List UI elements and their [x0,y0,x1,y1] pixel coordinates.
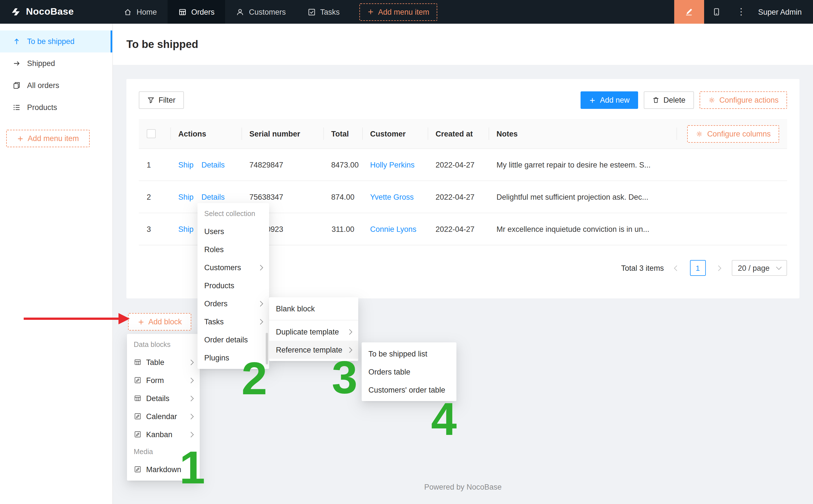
menu-item-to-be-shipped-list[interactable]: To be shipped list [362,345,456,363]
sidebar-add-menu-item-button[interactable]: Add menu item [6,130,90,147]
menu-item-label: Markdown [146,465,181,474]
details-link[interactable]: Details [201,160,225,169]
chevron-down-icon [776,264,782,270]
customer-link[interactable]: Holly Perkins [370,160,415,169]
details-link[interactable]: Details [201,193,225,201]
ship-link[interactable]: Ship [178,160,194,169]
sidebar-item-shipped[interactable]: Shipped [0,52,112,74]
reference-template-menu: To be shipped list Orders table Customer… [362,342,456,401]
chevron-right-icon [348,330,351,334]
menu-item-form[interactable]: Form [127,371,200,389]
total-cell: 8473.00 [323,149,362,181]
menu-item-label: Users [204,227,224,236]
page-header: To be shipped [113,24,813,65]
menu-divider [269,320,358,320]
menu-item-label: Plugins [204,353,229,362]
nav-item-home[interactable]: Home [113,0,168,24]
nav-item-label: Customers [249,8,286,16]
menu-item-details[interactable]: Details [127,389,200,407]
file-copy-icon [12,81,21,90]
menu-item-blank-block[interactable]: Blank block [269,300,358,318]
nav-item-customers[interactable]: Customers [225,0,297,24]
column-header-serial-number[interactable]: Serial number [241,119,323,149]
add-new-button-label: Add new [600,96,630,104]
created-at-cell: 2022-04-27 [428,213,489,245]
filter-button[interactable]: Filter [139,91,184,109]
menu-item-customers-order-table[interactable]: Customers' order table [362,381,456,399]
nav-item-label: Orders [191,8,215,16]
column-header-customer[interactable]: Customer [362,119,428,149]
sidebar-item-label: To be shipped [27,37,74,46]
chevron-right-icon [716,265,721,271]
ui-editor-button[interactable] [674,0,704,24]
menu-item-tasks[interactable]: Tasks [197,312,269,331]
menu-item-calendar[interactable]: Calendar [127,407,200,425]
menu-item-duplicate-template[interactable]: Duplicate template [269,323,358,341]
total-cell: 874.00 [323,181,362,213]
mobile-preview-button[interactable] [704,0,729,24]
customer-link[interactable]: Connie Lyons [370,225,416,233]
menu-item-products[interactable]: Products [197,276,269,294]
column-header-actions[interactable]: Actions [170,119,241,149]
configure-columns-button-label: Configure columns [707,129,771,138]
page-number-button[interactable]: 1 [690,260,706,276]
add-block-button[interactable]: Add block [128,313,192,331]
menu-item-label: Reference template [276,345,342,354]
markdown-icon [134,465,142,473]
column-header-created-at[interactable]: Created at [428,119,489,149]
menu-item-label: Orders [204,299,228,308]
menu-item-label: Table [146,358,164,366]
delete-button[interactable]: Delete [644,91,694,109]
menu-item-order-details[interactable]: Order details [197,331,269,349]
chevron-right-icon [189,378,193,382]
column-header-total[interactable]: Total [323,119,362,149]
add-new-button[interactable]: Add new [581,91,638,109]
menu-item-label: Products [204,281,234,290]
menu-item-roles[interactable]: Roles [197,240,269,258]
sidebar-add-menu-item-label: Add menu item [28,134,79,143]
sidebar-item-all-orders[interactable]: All orders [0,74,112,96]
toolbar-right: Add new Delete Configure actions [581,91,787,109]
configure-actions-button[interactable]: Configure actions [700,91,787,109]
page-size-select[interactable]: 20 / page [731,260,787,276]
nav-item-tasks[interactable]: Tasks [296,0,350,24]
arrow-up-icon [12,37,21,46]
menu-item-table[interactable]: Table [127,353,200,371]
more-menu-button[interactable]: ⋮ [729,0,753,24]
sidebar-item-label: Shipped [27,59,55,68]
row-index: 2 [139,181,170,213]
menu-item-orders[interactable]: Orders [197,294,269,312]
select-collection-menu: Select collection Users Roles Customers … [197,203,269,369]
menu-item-label: Kanban [146,430,172,439]
menu-item-customers[interactable]: Customers [197,258,269,276]
top-navbar: NocoBase Home Orders Customers [0,0,813,24]
configure-columns-button[interactable]: Configure columns [687,125,779,142]
nav-item-orders[interactable]: Orders [168,0,225,24]
select-all-checkbox[interactable] [147,129,156,138]
menu-item-markdown[interactable]: Markdown [127,460,200,478]
column-header-notes[interactable]: Notes [489,119,676,149]
menu-item-users[interactable]: Users [197,222,269,240]
chevron-right-icon [189,396,193,400]
menu-item-plugins[interactable]: Plugins [197,349,269,367]
ship-link[interactable]: Ship [178,225,194,233]
sidebar-item-products[interactable]: Products [0,96,112,118]
previous-page-button[interactable] [669,260,685,276]
add-block-menu: Data blocks Table Form Details [127,334,200,481]
user-name[interactable]: Super Admin [753,8,813,16]
menu-item-label: Details [146,394,170,402]
pen-icon [684,7,693,16]
logo-area[interactable]: NocoBase [0,0,113,24]
menu-item-orders-table[interactable]: Orders table [362,363,456,381]
ship-link[interactable]: Ship [178,193,194,201]
menu-item-kanban[interactable]: Kanban [127,425,200,443]
sidebar-item-to-be-shipped[interactable]: To be shipped [0,30,112,52]
menu-group-header: Data blocks [127,336,200,353]
navbar-add-menu-item-button[interactable]: Add menu item [359,3,437,21]
next-page-button[interactable] [711,260,726,276]
scrollbar-thumb[interactable] [266,333,268,364]
sidebar-item-label: All orders [27,81,59,90]
menu-item-reference-template[interactable]: Reference template [269,341,358,359]
customer-link[interactable]: Yvette Gross [370,193,414,201]
list-icon [12,103,21,112]
